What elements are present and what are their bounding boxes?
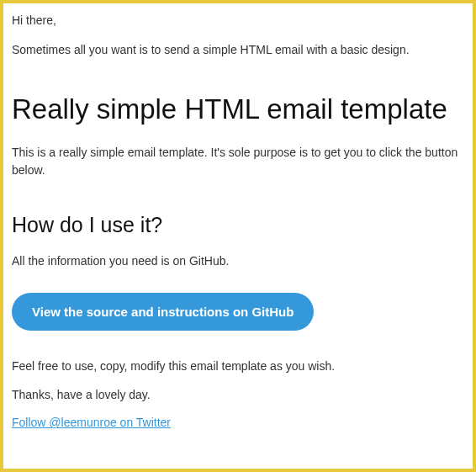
greeting-text: Hi there, [12,13,464,27]
email-container: Hi there, Sometimes all you want is to s… [0,0,476,472]
description-text: This is a really simple email template. … [12,144,464,179]
twitter-link[interactable]: Follow @leemunroe on Twitter [12,416,171,429]
intro-text: Sometimes all you want is to send a simp… [12,42,464,59]
sub-heading: How do I use it? [12,213,464,237]
sub-text: All the information you need is on GitHu… [12,254,464,268]
cta-button[interactable]: View the source and instructions on GitH… [12,293,314,331]
main-heading: Really simple HTML email template [12,93,464,126]
closing-text-2: Thanks, have a lovely day. [12,388,464,401]
closing-text-1: Feel free to use, copy, modify this emai… [12,359,464,373]
